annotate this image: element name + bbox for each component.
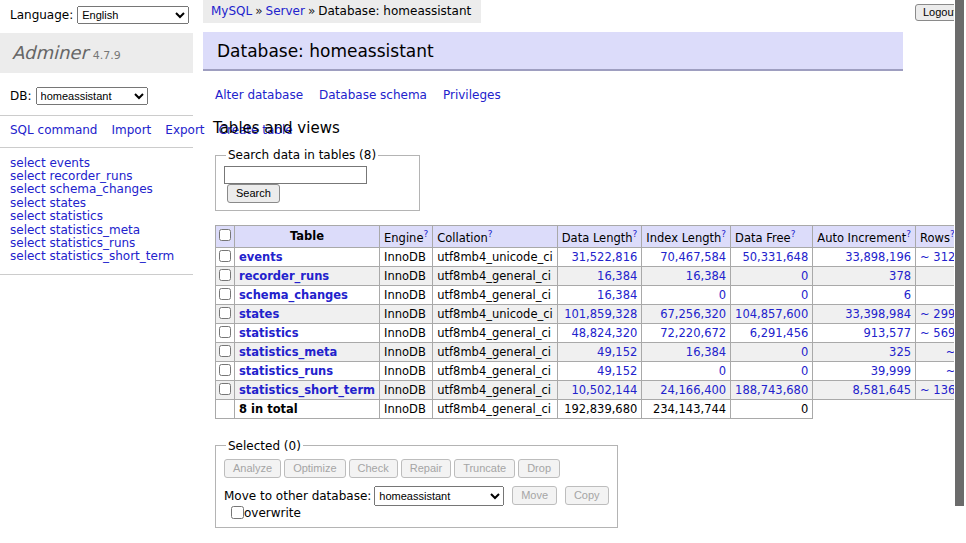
data-free-cell-link[interactable]: 0 — [801, 269, 808, 283]
table-name-link[interactable]: statistics_runs — [239, 364, 333, 378]
help-link[interactable]: ? — [633, 229, 638, 239]
help-sup: ? — [488, 228, 493, 239]
auto-increment-cell-link[interactable]: 8,581,645 — [853, 383, 912, 397]
breadcrumb-separator: » — [255, 4, 262, 18]
row-checkbox[interactable] — [219, 345, 231, 357]
help-link[interactable]: ? — [423, 229, 428, 239]
table-name-link[interactable]: states — [239, 307, 279, 321]
auto-increment-cell-link[interactable]: 6 — [904, 288, 911, 302]
database-action-links: Alter databaseDatabase schemaPrivileges — [215, 88, 903, 102]
optimize-button[interactable]: Optimize — [284, 459, 345, 478]
column-header-index-length: Index Length? — [642, 226, 731, 248]
row-checkbox[interactable] — [219, 250, 231, 262]
data-free-cell-link[interactable]: 6,291,456 — [750, 326, 809, 340]
engine-cell: InnoDB — [380, 247, 433, 266]
index-length-cell-link[interactable]: 16,384 — [686, 269, 726, 283]
db-action-link-0[interactable]: Alter database — [215, 88, 303, 102]
sidebar-table-link-5[interactable]: select statistics_meta — [10, 224, 183, 237]
breadcrumb-link-1[interactable]: Server — [266, 4, 305, 18]
total-index-length-cell: 234,143,744 — [642, 399, 731, 418]
table-name-link[interactable]: recorder_runs — [239, 269, 329, 283]
sidebar-table-link-7[interactable]: select statistics_short_term — [10, 250, 183, 263]
data-length-cell-link[interactable]: 16,384 — [597, 269, 637, 283]
move-button[interactable]: Move — [512, 486, 557, 505]
row-checkbox[interactable] — [219, 307, 231, 319]
index-length-cell-link[interactable]: 70,467,584 — [660, 250, 726, 264]
index-length-cell-link[interactable]: 0 — [719, 288, 726, 302]
data-free-cell-link[interactable]: 50,331,648 — [742, 250, 808, 264]
data-free-cell-link[interactable]: 104,857,600 — [735, 307, 808, 321]
row-checkbox[interactable] — [219, 288, 231, 300]
help-link[interactable]: ? — [488, 229, 493, 239]
copy-button[interactable]: Copy — [565, 486, 609, 505]
db-select[interactable]: homeassistant — [36, 87, 148, 105]
row-checkbox[interactable] — [219, 326, 231, 338]
sidebar-nav-link-0[interactable]: SQL command — [10, 123, 97, 137]
auto-increment-cell-link[interactable]: 913,577 — [863, 326, 911, 340]
collation-cell: utf8mb4_unicode_ci — [433, 304, 558, 323]
row-checkbox[interactable] — [219, 269, 231, 281]
overwrite-option[interactable]: overwrite — [231, 506, 301, 520]
repair-button[interactable]: Repair — [401, 459, 451, 478]
app-name[interactable]: Adminer — [12, 42, 88, 63]
sidebar-nav-link-2[interactable]: Export — [165, 123, 204, 137]
breadcrumb-link-0[interactable]: MySQL — [211, 4, 252, 18]
data-free-cell-link[interactable]: 0 — [801, 345, 808, 359]
sidebar-table-link-0[interactable]: select events — [10, 157, 183, 170]
index-length-cell-link[interactable]: 16,384 — [686, 345, 726, 359]
table-name-cell: recorder_runs — [235, 266, 380, 285]
sidebar-nav-link-1[interactable]: Import — [111, 123, 151, 137]
table-name-link[interactable]: schema_changes — [239, 288, 348, 302]
auto-increment-cell-link[interactable]: 33,898,196 — [845, 250, 911, 264]
data-free-cell-link[interactable]: 0 — [801, 288, 808, 302]
truncate-button[interactable]: Truncate — [454, 459, 515, 478]
analyze-button[interactable]: Analyze — [224, 459, 281, 478]
help-link[interactable]: ? — [791, 229, 796, 239]
row-checkbox[interactable] — [219, 383, 231, 395]
search-button[interactable]: Search — [227, 184, 280, 203]
index-length-cell-link[interactable]: 0 — [719, 364, 726, 378]
db-label: DB: — [10, 89, 32, 103]
help-link[interactable]: ? — [721, 229, 726, 239]
scrollbar-thumb[interactable] — [955, 0, 964, 506]
drop-button[interactable]: Drop — [518, 459, 560, 478]
data-length-cell-link[interactable]: 49,152 — [597, 345, 637, 359]
sidebar-table-link-2[interactable]: select schema_changes — [10, 183, 183, 196]
db-action-link-1[interactable]: Database schema — [319, 88, 427, 102]
search-input[interactable] — [224, 166, 367, 184]
data-length-cell-link[interactable]: 16,384 — [597, 288, 637, 302]
overwrite-checkbox[interactable] — [231, 506, 244, 519]
data-free-cell-link[interactable]: 188,743,680 — [735, 383, 808, 397]
move-database-select[interactable]: homeassistant — [374, 486, 504, 506]
data-length-cell-link[interactable]: 10,502,144 — [571, 383, 637, 397]
vertical-scrollbar[interactable] — [954, 0, 966, 543]
auto-increment-cell-link[interactable]: 33,398,984 — [845, 307, 911, 321]
auto-increment-cell-link[interactable]: 378 — [889, 269, 911, 283]
select-all-checkbox[interactable] — [219, 229, 231, 241]
table-name-link[interactable]: statistics — [239, 326, 299, 340]
data-length-cell-link[interactable]: 31,522,816 — [571, 250, 637, 264]
data-length-cell-link[interactable]: 48,824,320 — [571, 326, 637, 340]
data-length-cell-link[interactable]: 49,152 — [597, 364, 637, 378]
sidebar-table-link-6[interactable]: select statistics_runs — [10, 237, 183, 250]
data-free-cell-link[interactable]: 0 — [801, 364, 808, 378]
table-name-link[interactable]: events — [239, 250, 283, 264]
language-select[interactable]: English — [77, 6, 189, 24]
index-length-cell-link[interactable]: 24,166,400 — [660, 383, 726, 397]
total-engine-cell: InnoDB — [380, 399, 433, 418]
help-link[interactable]: ? — [906, 229, 911, 239]
db-action-link-2[interactable]: Privileges — [443, 88, 501, 102]
table-name-link[interactable]: statistics_meta — [239, 345, 337, 359]
check-button[interactable]: Check — [349, 459, 398, 478]
auto-increment-cell-link[interactable]: 39,999 — [871, 364, 911, 378]
index-length-cell-link[interactable]: 67,256,320 — [660, 307, 726, 321]
index-length-cell-link[interactable]: 72,220,672 — [660, 326, 726, 340]
sidebar-table-link-4[interactable]: select statistics — [10, 210, 183, 223]
row-checkbox[interactable] — [219, 364, 231, 376]
sidebar-table-link-1[interactable]: select recorder_runs — [10, 170, 183, 183]
auto-increment-cell-link[interactable]: 325 — [889, 345, 911, 359]
sidebar-table-link-3[interactable]: select states — [10, 197, 183, 210]
data-length-cell-link[interactable]: 101,859,328 — [564, 307, 637, 321]
engine-cell: InnoDB — [380, 266, 433, 285]
table-name-link[interactable]: statistics_short_term — [239, 383, 375, 397]
